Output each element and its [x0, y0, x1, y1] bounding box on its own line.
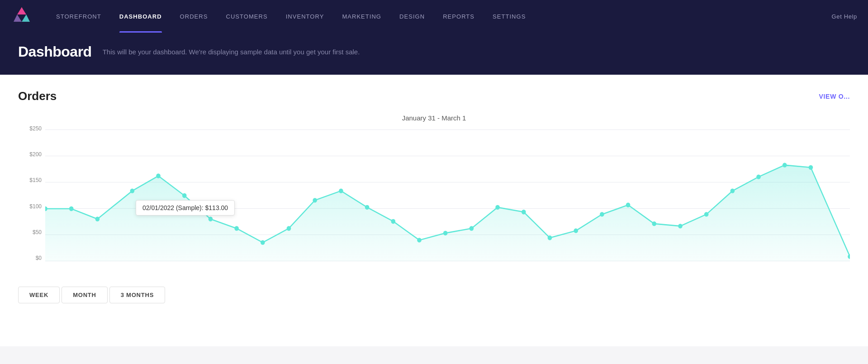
svg-marker-4 — [17, 7, 26, 14]
period-month-button[interactable]: MONTH — [62, 287, 108, 303]
nav-reports[interactable]: REPORTS — [434, 0, 484, 33]
orders-title: Orders — [18, 89, 57, 103]
nav-dashboard[interactable]: DASHBOARD — [110, 0, 171, 33]
svg-point-25 — [574, 229, 578, 233]
nav-settings[interactable]: SETTINGS — [484, 0, 535, 33]
logo[interactable] — [11, 5, 47, 28]
svg-point-24 — [548, 235, 552, 240]
svg-point-7 — [95, 217, 100, 221]
chart-area: 02/01/2022 (Sample): $113.00 — [45, 130, 850, 261]
svg-point-34 — [809, 165, 813, 170]
svg-point-14 — [287, 226, 291, 230]
svg-point-9 — [156, 173, 161, 178]
svg-point-11 — [209, 217, 213, 221]
svg-point-32 — [756, 174, 761, 179]
svg-point-16 — [339, 188, 343, 193]
svg-point-10 — [182, 193, 187, 198]
main-content: Orders VIEW O... January 31 - March 1 $0… — [0, 75, 868, 346]
page-header: Dashboard This will be your dashboard. W… — [0, 33, 868, 75]
svg-point-31 — [730, 188, 735, 193]
page-title: Dashboard — [18, 43, 92, 60]
svg-point-23 — [522, 210, 526, 214]
svg-point-15 — [313, 198, 317, 202]
svg-point-22 — [495, 205, 500, 210]
svg-point-12 — [234, 226, 239, 230]
y-axis: $0 $50 $100 $150 $200 $250 — [18, 125, 45, 261]
svg-point-27 — [626, 203, 631, 207]
orders-header: Orders VIEW O... — [18, 89, 850, 103]
nav-storefront[interactable]: STOREFRONT — [47, 0, 110, 33]
svg-marker-3 — [22, 14, 30, 22]
svg-point-18 — [391, 219, 395, 224]
period-3months-button[interactable]: 3 MONTHS — [109, 287, 165, 303]
nav-marketing[interactable]: MARKETING — [333, 0, 390, 33]
orders-section: Orders VIEW O... January 31 - March 1 $0… — [0, 75, 868, 321]
period-buttons: WEEK MONTH 3 MONTHS — [18, 287, 850, 303]
svg-point-33 — [783, 163, 787, 168]
svg-marker-2 — [14, 14, 22, 22]
svg-point-21 — [470, 226, 474, 230]
svg-point-8 — [130, 188, 135, 193]
page-subtitle: This will be your dashboard. We're displ… — [103, 48, 360, 56]
svg-point-17 — [365, 205, 370, 210]
nav-customers[interactable]: CUSTOMERS — [217, 0, 276, 33]
svg-point-13 — [261, 240, 265, 244]
svg-point-20 — [443, 231, 448, 235]
svg-point-29 — [678, 224, 683, 228]
nav-orders[interactable]: ORDERS — [171, 0, 217, 33]
nav-links: STOREFRONT DASHBOARD ORDERS CUSTOMERS IN… — [47, 0, 831, 33]
svg-point-30 — [704, 212, 709, 216]
orders-chart-svg — [45, 130, 850, 261]
nav-design[interactable]: DESIGN — [390, 0, 434, 33]
svg-point-6 — [69, 206, 74, 211]
chart-date-range: January 31 - March 1 — [18, 114, 850, 122]
nav-inventory[interactable]: INVENTORY — [277, 0, 333, 33]
svg-point-19 — [417, 238, 422, 242]
view-orders-link[interactable]: VIEW O... — [819, 93, 850, 100]
period-week-button[interactable]: WEEK — [18, 287, 60, 303]
svg-point-28 — [652, 221, 656, 226]
navigation: STOREFRONT DASHBOARD ORDERS CUSTOMERS IN… — [0, 0, 868, 33]
svg-point-26 — [600, 212, 604, 216]
get-help-link[interactable]: Get Help — [831, 13, 857, 20]
